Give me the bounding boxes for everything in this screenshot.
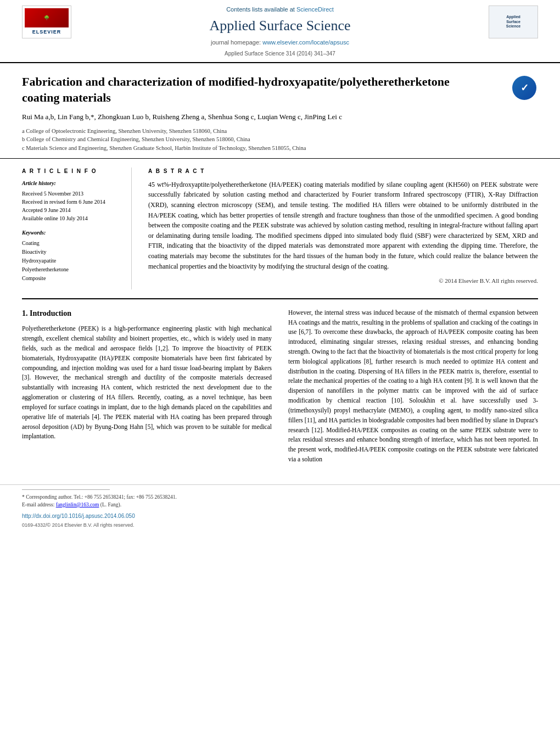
elsevier-logo-graphic: 🌳 [25,8,69,27]
abstract-section: A B S T R A C T 45 wt%-Hydroxyaptite/pol… [148,168,538,289]
received-date: Received 5 November 2013 [22,189,120,198]
article-header: Fabrication and characterization of modi… [0,63,560,159]
keywords-list: Coating Bioactivity Hydroxyapatite Polye… [22,239,120,283]
page: 🌳 ELSEVIER Contents lists available at S… [0,0,560,742]
article-history: Article history: Received 5 November 201… [22,180,120,222]
email-label: E-mail address: [22,502,54,507]
keyword-5: Composite [22,274,120,283]
crossmark-icon: ✓ [512,76,536,100]
science-direct-link: Contents lists available at ScienceDirec… [82,5,478,14]
abstract-heading: A B S T R A C T [148,168,538,175]
volume-info: Applied Surface Science 314 (2014) 341–3… [22,50,538,58]
copyright-line: © 2014 Elsevier B.V. All rights reserved… [148,277,538,285]
keyword-2: Bioactivity [22,248,120,256]
doi-link[interactable]: http://dx.doi.org/10.1016/j.apsusc.2014.… [22,513,135,519]
keyword-3: Hydroxyapatite [22,256,120,265]
journal-title: Applied Surface Science [82,16,478,36]
footnote-star: * Corresponding author. Tel.: +86 755 26… [22,494,177,500]
revised-date: Received in revised form 6 June 2014 [22,198,120,206]
intro-heading: 1. Introduction [22,308,272,319]
journal-logo-box: AppliedSurfaceScience [489,5,538,38]
journal-homepage: journal homepage: www.elsevier.com/locat… [82,38,478,47]
article-info-panel: A R T I C L E I N F O Article history: R… [22,168,132,289]
elsevier-logo: 🌳 ELSEVIER [22,5,71,38]
science-direct-anchor[interactable]: ScienceDirect [296,6,334,13]
intro-para-2: However, the internal stress was induced… [288,308,538,465]
article-body: A R T I C L E I N F O Article history: R… [0,159,560,298]
accepted-date: Accepted 9 June 2014 [22,206,120,214]
footnote-divider [22,489,110,490]
journal-header: 🌳 ELSEVIER Contents lists available at S… [0,0,560,63]
email-link[interactable]: fanglinlin@163.com [56,502,99,507]
intro-para-1: Polyetheretherketone (PEEK) is a high-pe… [22,324,272,442]
keyword-1: Coating [22,239,120,248]
affiliation-c: c Materials Science and Engineering, She… [22,144,538,153]
issn-text: 0169-4332/© 2014 Elsevier B.V. All right… [22,522,538,529]
main-content: 1. Introduction Polyetheretherketone (PE… [0,299,560,479]
available-date: Available online 10 July 2014 [22,214,120,222]
crossmark-badge[interactable]: ✓ [511,74,538,102]
abstract-text: 45 wt%-Hydroxyaptite/polyetheretherketon… [148,180,538,271]
authors-line: Rui Ma a,b, Lin Fang b,*, Zhongkuan Luo … [22,112,538,122]
footer: * Corresponding author. Tel.: +86 755 26… [0,484,560,533]
affiliation-a: a College of Optoelectronic Engineering,… [22,127,538,136]
history-label: Article history: [22,180,120,187]
journal-homepage-link[interactable]: www.elsevier.com/locate/apsusc [262,39,349,46]
elsevier-label: ELSEVIER [32,29,61,36]
journal-info: Contents lists available at ScienceDirec… [71,5,489,47]
keywords-section: Keywords: Coating Bioactivity Hydroxyapa… [22,229,120,283]
email-name: (L. Fang). [100,502,121,507]
affiliation-b: b College of Chemistry and Chemical Engi… [22,135,538,144]
article-title: Fabrication and characterization of modi… [22,74,472,105]
footnote-text: * Corresponding author. Tel.: +86 755 26… [22,493,538,509]
elsevier-logo-tree: 🌳 [44,15,49,21]
intro-column-left: 1. Introduction Polyetheretherketone (PE… [22,308,272,470]
affiliations: a College of Optoelectronic Engineering,… [22,127,538,153]
article-info-heading: A R T I C L E I N F O [22,168,120,175]
keyword-4: Polyetheretherketone [22,265,120,274]
keywords-label: Keywords: [22,229,120,237]
intro-column-right: However, the internal stress was induced… [288,308,538,470]
journal-logo-title: AppliedSurfaceScience [506,15,520,29]
